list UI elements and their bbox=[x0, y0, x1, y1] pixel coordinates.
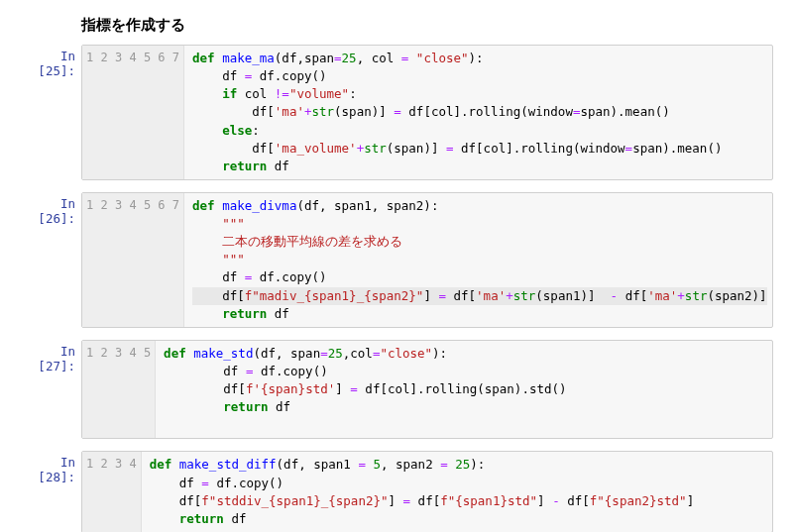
code-cell: In [27]: 1 2 3 4 5 def make_std(df, span… bbox=[20, 340, 773, 440]
line-gutter: 1 2 3 4 5 6 7 bbox=[82, 193, 184, 327]
input-area[interactable]: 1 2 3 4 5 def make_std(df, span=25,col="… bbox=[81, 340, 773, 440]
input-area[interactable]: 1 2 3 4 5 6 7 def make_ma(df,span=25, co… bbox=[81, 45, 773, 180]
code-body[interactable]: def make_divma(df, span1, span2): """ 二本… bbox=[184, 193, 772, 327]
code-body[interactable]: def make_std_diff(df, span1 = 5, span2 =… bbox=[142, 452, 772, 532]
line-gutter: 1 2 3 4 5 bbox=[82, 341, 156, 439]
line-gutter: 1 2 3 4 5 6 7 bbox=[82, 46, 184, 179]
section-heading: 指標を作成する bbox=[81, 16, 773, 35]
code-cell: In [25]: 1 2 3 4 5 6 7 def make_ma(df,sp… bbox=[20, 45, 773, 180]
input-area[interactable]: 1 2 3 4 def make_std_diff(df, span1 = 5,… bbox=[81, 451, 773, 532]
code-cell: In [28]: 1 2 3 4 def make_std_diff(df, s… bbox=[20, 451, 773, 532]
code-body[interactable]: def make_std(df, span=25,col="close"): d… bbox=[156, 341, 772, 439]
input-area[interactable]: 1 2 3 4 5 6 7 def make_divma(df, span1, … bbox=[81, 192, 773, 328]
input-prompt: In [26]: bbox=[20, 192, 81, 226]
input-prompt: In [28]: bbox=[20, 451, 81, 484]
code-cell: In [26]: 1 2 3 4 5 6 7 def make_divma(df… bbox=[20, 192, 773, 328]
input-prompt: In [25]: bbox=[20, 45, 81, 78]
code-body[interactable]: def make_ma(df,span=25, col = "close"): … bbox=[184, 46, 772, 179]
line-gutter: 1 2 3 4 bbox=[82, 452, 142, 532]
input-prompt: In [27]: bbox=[20, 340, 81, 373]
